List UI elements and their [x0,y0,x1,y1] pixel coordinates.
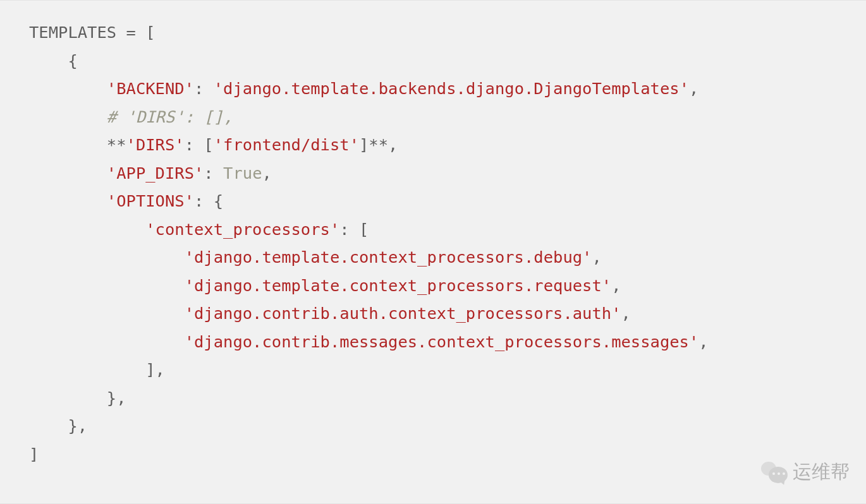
code-line: **'DIRS': ['frontend/dist']**, [29,135,398,154]
code-token: 'django.template.backends.django.DjangoT… [214,79,689,98]
code-token: : [ [339,220,369,239]
code-line: TEMPLATES = [ [29,23,156,42]
code-line: 'django.contrib.auth.context_processors.… [29,304,631,323]
code-token [29,191,107,210]
code-block: TEMPLATES = [ { 'BACKEND': 'django.templ… [0,0,866,504]
code-line: ] [29,445,39,464]
code-token: 'django.contrib.auth.context_processors.… [185,304,621,323]
code-line: }, [29,416,87,435]
code-token: { [29,51,78,70]
code-line: }, [29,388,126,407]
code-token: , [262,164,272,183]
code-token [29,304,185,323]
code-token: 'django.contrib.messages.context_process… [185,332,699,351]
code-token [29,332,185,351]
code-token: }, [29,416,87,435]
code-token [29,220,145,239]
code-token: 'DIRS' [126,135,185,154]
code-line: 'django.template.context_processors.requ… [29,276,621,295]
code-line: { [29,51,78,70]
code-token: , [621,304,631,323]
code-token [29,79,107,98]
code-token: : [ [185,135,214,154]
code-token: 'BACKEND' [107,79,194,98]
code-line: 'django.template.context_processors.debu… [29,248,602,267]
code-token: TEMPLATES = [ [29,23,156,42]
code-token: ** [29,135,126,154]
code-token: }, [29,388,126,407]
code-token: 'APP_DIRS' [107,164,204,183]
code-token: ] [29,445,39,464]
code-line: 'BACKEND': 'django.template.backends.dja… [29,79,698,98]
code-token: 'django.template.context_processors.requ… [185,276,612,295]
code-token: # 'DIRS': [], [107,107,233,126]
code-line: ], [29,360,165,379]
code-token: ], [29,360,165,379]
code-token: 'django.template.context_processors.debu… [185,248,592,267]
code-token: ]**, [359,135,398,154]
code-token: , [611,276,621,295]
code-line: 'django.contrib.messages.context_process… [29,332,709,351]
code-token: , [689,79,698,98]
code-token [29,248,185,267]
code-token: 'frontend/dist' [214,135,359,154]
code-line: 'APP_DIRS': True, [29,164,272,183]
code-token [29,164,107,183]
code-token: 'OPTIONS' [107,191,194,210]
code-line: 'context_processors': [ [29,220,369,239]
code-token: 'context_processors' [145,220,339,239]
code-token: True [223,164,262,183]
code-token [29,107,107,126]
code-line: # 'DIRS': [], [29,107,233,126]
code-token: : [204,164,223,183]
code-token: , [698,332,708,351]
code-token: : [194,79,214,98]
code-token [29,276,185,295]
code-token: , [592,248,601,267]
code-token: : { [194,191,223,210]
code-line: 'OPTIONS': { [29,191,223,210]
